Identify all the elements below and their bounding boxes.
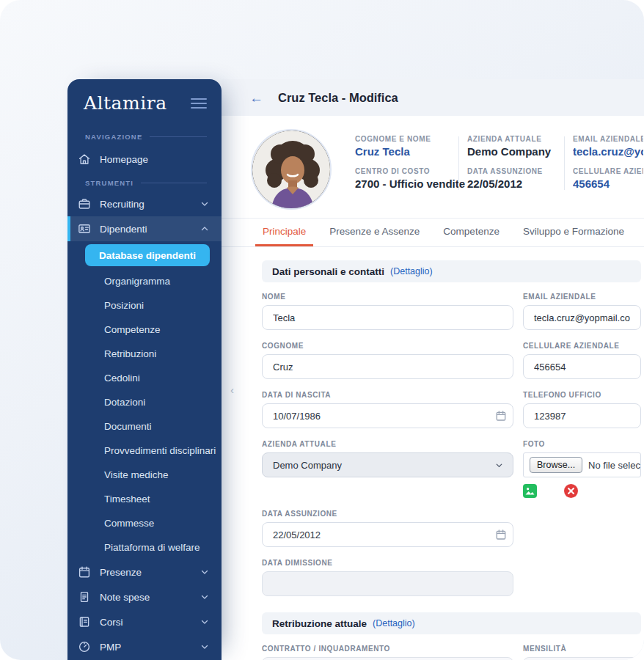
tab-principale[interactable]: Principale bbox=[255, 219, 313, 246]
divider bbox=[564, 136, 565, 190]
nome-input[interactable] bbox=[262, 305, 513, 330]
sidebar-item-pmp[interactable]: PMP bbox=[67, 634, 222, 659]
spacer bbox=[523, 559, 641, 608]
cellulare-input[interactable] bbox=[523, 354, 641, 379]
field-data-nascita: DATA DI NASCITA bbox=[262, 391, 513, 428]
calendar-icon[interactable] bbox=[495, 529, 507, 540]
chevron-down-icon bbox=[200, 617, 210, 627]
sidebar-item-competenze[interactable]: Competenze bbox=[67, 318, 222, 342]
profile-field-email: EMAIL AZIENDALE tecla.cruz@yopmail.com bbox=[573, 135, 643, 158]
tab-sviluppo-formazione[interactable]: Sviluppo e Formazione bbox=[516, 219, 632, 246]
field-foto: FOTO Browse... No file selected. bbox=[523, 440, 641, 498]
field-cellulare-aziendale: CELLULARE AZIENDALE bbox=[523, 342, 641, 379]
altamira-logo: Altamira bbox=[84, 92, 167, 114]
tab-bar: Principale Presenze e Assenze Competenze… bbox=[222, 218, 644, 247]
profile-field-cellulare: CELLULARE AZIENDALE 456654 bbox=[573, 167, 643, 190]
gauge-icon bbox=[78, 640, 91, 653]
delete-photo-icon[interactable] bbox=[564, 484, 578, 498]
sidebar-item-organigramma[interactable]: Organigramma bbox=[67, 269, 222, 293]
email-aziendale-input[interactable] bbox=[523, 305, 641, 330]
profile-field-centro-costo: CENTRO DI COSTO 2700 - Ufficio vendite bbox=[355, 167, 458, 190]
sidebar-item-visite-mediche[interactable]: Visite mediche bbox=[67, 463, 222, 487]
field-nome: NOME bbox=[262, 293, 513, 330]
sidebar-item-corsi[interactable]: Corsi bbox=[67, 609, 222, 634]
divider bbox=[458, 136, 459, 190]
field-data-dimissione: DATA DIMISSIONE bbox=[262, 559, 513, 596]
field-contratto: CONTRATTO / INQUADRAMENTO Dipendente/Com… bbox=[262, 645, 513, 660]
sidebar-item-database-dipendenti[interactable]: Database dipendenti bbox=[85, 244, 210, 266]
section-navigazione: NAVIGAZIONE bbox=[67, 133, 222, 141]
foto-file-input[interactable]: Browse... No file selected. bbox=[523, 452, 641, 477]
id-card-icon bbox=[78, 222, 91, 235]
field-cognome: COGNOME bbox=[262, 342, 513, 379]
avatar bbox=[251, 129, 332, 210]
profile-field-nome: COGNOME E NOME Cruz Tecla bbox=[355, 135, 458, 158]
field-email-aziendale: EMAIL AZIENDALE bbox=[523, 293, 641, 330]
sidebar: Altamira NAVIGAZIONE Homepage STRUMENTI … bbox=[67, 79, 222, 660]
chevron-down-icon bbox=[200, 567, 210, 577]
briefcase-icon bbox=[78, 197, 91, 210]
image-file-icon[interactable] bbox=[523, 484, 537, 498]
chevron-up-icon bbox=[200, 224, 210, 234]
chevron-down-icon bbox=[200, 592, 210, 602]
field-data-assunzione: DATA ASSUNZIONE bbox=[262, 510, 513, 547]
back-button[interactable]: ← bbox=[249, 91, 263, 105]
dettaglio-link[interactable]: (Dettaglio) bbox=[390, 266, 433, 276]
section-strumenti: STRUMENTI bbox=[67, 179, 222, 187]
mensilita-value: 12,00 bbox=[523, 657, 641, 660]
tab-competenze[interactable]: Competenze bbox=[436, 219, 507, 246]
sidebar-item-documenti[interactable]: Documenti bbox=[67, 414, 222, 439]
field-azienda-attuale: AZIENDA ATTUALE Demo Company bbox=[262, 440, 513, 498]
sidebar-item-provvedimenti[interactable]: Provvedimenti disciplinari bbox=[67, 439, 222, 463]
chevron-down-icon bbox=[200, 642, 210, 652]
section-retribuzione: Retribuzione attuale (Dettaglio) bbox=[262, 612, 641, 634]
sidebar-item-retribuzioni[interactable]: Retribuzioni bbox=[67, 342, 222, 366]
sidebar-item-homepage[interactable]: Homepage bbox=[67, 147, 222, 172]
page-title: Cruz Tecla - Modifica bbox=[278, 91, 398, 105]
file-status-text: No file selected. bbox=[588, 460, 641, 471]
data-nascita-input[interactable] bbox=[262, 403, 513, 428]
sidebar-item-cedolini[interactable]: Cedolini bbox=[67, 366, 222, 390]
field-mensilita: MENSILITÀ 12,00 bbox=[523, 645, 641, 660]
sidebar-item-note-spese[interactable]: Note spese bbox=[67, 584, 222, 609]
main-content: ‹ bbox=[222, 116, 644, 660]
azienda-attuale-select[interactable]: Demo Company bbox=[262, 452, 513, 477]
cognome-input[interactable] bbox=[262, 354, 513, 379]
sidebar-item-posizioni[interactable]: Posizioni bbox=[67, 293, 222, 318]
telefono-ufficio-input[interactable] bbox=[523, 403, 641, 428]
browse-button[interactable]: Browse... bbox=[530, 457, 582, 473]
chevron-down-icon bbox=[200, 199, 210, 209]
section-dati-personali: Dati personali e contatti (Dettaglio) bbox=[262, 260, 641, 282]
sidebar-item-dotazioni[interactable]: Dotazioni bbox=[67, 390, 222, 414]
sidebar-collapse-icon[interactable]: ‹ bbox=[230, 384, 234, 396]
field-telefono-ufficio: TELEFONO UFFICIO bbox=[523, 391, 641, 428]
employee-name-link[interactable]: Cruz Tecla bbox=[355, 145, 458, 158]
hamburger-menu-icon[interactable] bbox=[191, 95, 207, 111]
employee-form: Dati personali e contatti (Dettaglio) NO… bbox=[222, 247, 644, 660]
calendar-icon[interactable] bbox=[495, 410, 507, 422]
calendar-icon bbox=[78, 565, 91, 579]
dettaglio-link[interactable]: (Dettaglio) bbox=[373, 618, 415, 628]
home-icon bbox=[78, 153, 91, 166]
profile-field-azienda: AZIENDA ATTUALE Demo Company bbox=[467, 135, 564, 158]
receipt-icon bbox=[78, 590, 91, 604]
sidebar-item-welfare[interactable]: Piattaforma di welfare bbox=[67, 535, 222, 560]
data-assunzione-input[interactable] bbox=[262, 522, 513, 547]
book-icon bbox=[78, 615, 91, 628]
employee-email-link[interactable]: tecla.cruz@yopmail.com bbox=[573, 145, 643, 158]
contratto-link[interactable]: Dipendente/Commercio/Secondo livello bbox=[262, 657, 513, 660]
app-window: Altamira NAVIGAZIONE Homepage STRUMENTI … bbox=[0, 0, 644, 660]
sidebar-item-presenze[interactable]: Presenze bbox=[67, 560, 222, 584]
data-dimissione-input bbox=[262, 571, 513, 596]
sidebar-item-dipendenti[interactable]: Dipendenti bbox=[67, 216, 222, 241]
sidebar-item-recruiting[interactable]: Recruiting bbox=[67, 191, 222, 216]
employee-phone-link[interactable]: 456654 bbox=[573, 177, 643, 190]
sidebar-item-timesheet[interactable]: Timesheet bbox=[67, 487, 222, 511]
dipendenti-submenu: Organigramma Posizioni Competenze Retrib… bbox=[67, 269, 222, 560]
page-header: ← Cruz Tecla - Modifica bbox=[222, 79, 644, 116]
tab-presenze-assenze[interactable]: Presenze e Assenze bbox=[322, 219, 427, 246]
sidebar-item-commesse[interactable]: Commesse bbox=[67, 511, 222, 535]
employee-profile-header: COGNOME E NOME Cruz Tecla CENTRO DI COST… bbox=[222, 116, 644, 218]
chevron-down-icon bbox=[494, 461, 504, 470]
tab-note-spese-veicoli[interactable]: Note spese e veicoli bbox=[640, 219, 644, 246]
